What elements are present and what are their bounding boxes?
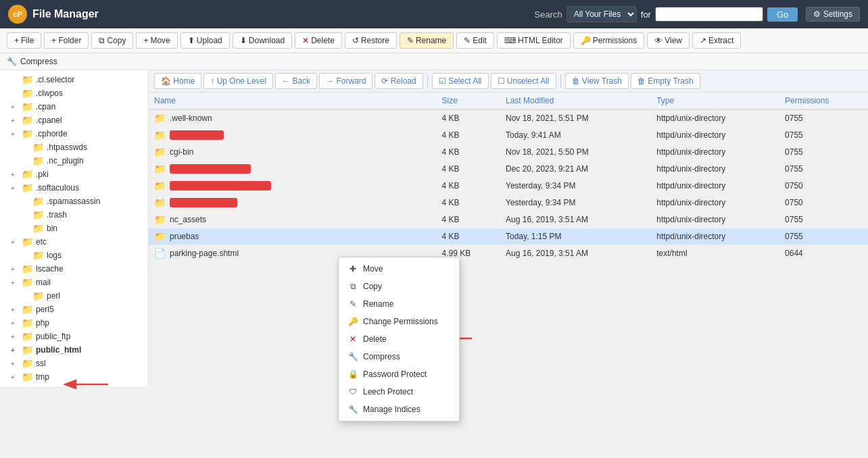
- sidebar-item-perl5[interactable]: +📁perl5: [0, 303, 148, 316]
- redacted-name: [170, 130, 224, 140]
- rename-button[interactable]: ✎ Rename: [400, 32, 454, 49]
- extract-button[interactable]: ↗ Extract: [692, 32, 741, 49]
- folder-icon: 📁: [32, 250, 44, 261]
- ctx-leech-item[interactable]: 🛡 Leech Protect: [339, 383, 459, 401]
- restore-button[interactable]: ↺ Restore: [345, 32, 397, 49]
- sidebar-item-bin[interactable]: 📁bin: [0, 222, 148, 235]
- new-file-button[interactable]: + File: [7, 32, 41, 49]
- folder-icon: 📁: [22, 101, 33, 112]
- sidebar-item--cpan[interactable]: +📁.cpan: [0, 100, 148, 113]
- delete-button[interactable]: ✕ Delete: [295, 32, 342, 49]
- sidebar-item--clwpos[interactable]: 📁.clwpos: [0, 86, 148, 100]
- sidebar-item-label: public_ftp: [36, 332, 70, 341]
- sidebar-item--nc-plugin[interactable]: 📁.nc_plugin: [0, 154, 148, 168]
- table-row[interactable]: 📁.well-known4 KBNov 18, 2021, 5:51 PMhtt…: [149, 109, 868, 127]
- nav-bar: 🏠 Home ↑ Up One Level ← Back → Forward ⟳…: [149, 70, 868, 93]
- sidebar-item--softaculous[interactable]: +📁.softaculous: [0, 181, 148, 195]
- sidebar-item-label: .cphorde: [36, 129, 68, 138]
- search-go-button[interactable]: Go: [767, 7, 798, 22]
- search-input[interactable]: [655, 7, 763, 22]
- search-label: Search: [535, 9, 562, 20]
- reload-button[interactable]: ⟳ Reload: [375, 73, 423, 89]
- sidebar-item-etc[interactable]: +📁etc: [0, 235, 148, 249]
- sidebar-item--pki[interactable]: +📁.pki: [0, 168, 148, 181]
- table-row[interactable]: 📁4 KBDec 20, 2023, 9:21 AMhttpd/unix-dir…: [149, 161, 868, 178]
- file-name-cell: 📁nc_assets: [149, 211, 437, 228]
- table-row[interactable]: 📁nc_assets4 KBAug 16, 2019, 3:51 AMhttpd…: [149, 211, 868, 228]
- file-modified: Aug 16, 2019, 3:51 AM: [500, 211, 651, 228]
- file-perms: 0750: [779, 195, 868, 211]
- move-button[interactable]: + Move: [136, 32, 177, 49]
- permissions-button[interactable]: 🔑 Permissions: [573, 32, 644, 49]
- sidebar: 📁.cl.selector📁.clwpos+📁.cpan+📁.cpanel+📁.…: [0, 70, 149, 386]
- settings-button[interactable]: ⚙ Settings: [806, 7, 860, 22]
- file-perms: 0755: [779, 144, 868, 161]
- search-for-label: for: [641, 9, 651, 20]
- ctx-rename-item[interactable]: ✎ Rename: [339, 295, 459, 313]
- sidebar-item-public-html[interactable]: +📁public_html: [0, 343, 148, 357]
- ctx-password-item[interactable]: 🔒 Password Protect: [339, 365, 459, 383]
- view-button[interactable]: 👁 View: [647, 32, 690, 49]
- table-row[interactable]: 📁4 KBToday, 9:41 AMhttpd/unix-directory0…: [149, 127, 868, 144]
- html-editor-button[interactable]: ⌨ HTML Editor: [497, 32, 571, 49]
- file-size: 4 KB: [437, 228, 500, 245]
- sidebar-item--cpanel[interactable]: +📁.cpanel: [0, 113, 148, 127]
- col-permissions[interactable]: Permissions: [779, 93, 868, 109]
- table-row[interactable]: 📁pruebas4 KBToday, 1:15 PMhttpd/unix-dir…: [149, 228, 868, 245]
- ctx-permissions-item[interactable]: 🔑 Change Permissions: [339, 313, 459, 330]
- col-type[interactable]: Type: [651, 93, 779, 109]
- sidebar-item-label: .htpasswds: [47, 143, 87, 152]
- sidebar-item--cl-selector[interactable]: 📁.cl.selector: [0, 73, 148, 86]
- back-button[interactable]: ← Back: [275, 73, 317, 89]
- ctx-compress-item[interactable]: 🔧 Compress: [339, 348, 459, 365]
- home-button[interactable]: 🏠 Home: [154, 73, 201, 89]
- col-size[interactable]: Size: [437, 93, 500, 109]
- search-scope-select[interactable]: All Your Files: [566, 6, 637, 22]
- sidebar-item-public-ftp[interactable]: +📁public_ftp: [0, 330, 148, 343]
- ctx-move-item[interactable]: ✚ Move: [339, 260, 459, 278]
- ctx-copy-item[interactable]: ⧉ Copy: [339, 278, 459, 295]
- sidebar-item--trash[interactable]: 📁.trash: [0, 208, 148, 222]
- sidebar-item--cphorde[interactable]: +📁.cphorde: [0, 127, 148, 141]
- sidebar-item-tmp[interactable]: +📁tmp: [0, 370, 148, 384]
- sidebar-item-mail[interactable]: +📁mail: [0, 276, 148, 289]
- sidebar-item-lscache[interactable]: +📁lscache: [0, 262, 148, 276]
- view-trash-button[interactable]: 🗑 View Trash: [565, 73, 629, 89]
- upload-button[interactable]: ⬆ Upload: [180, 32, 230, 49]
- folder-icon: 📁: [22, 128, 33, 139]
- unselect-all-button[interactable]: ☐ Unselect All: [491, 73, 556, 89]
- folder-icon: 📁: [22, 358, 33, 369]
- select-all-button[interactable]: ☑ Select All: [432, 73, 489, 89]
- table-row[interactable]: 📁4 KBYesterday, 9:34 PMhttpd/unix-direct…: [149, 178, 868, 195]
- table-row[interactable]: 📁cgi-bin4 KBNov 18, 2021, 5:50 PMhttpd/u…: [149, 144, 868, 161]
- ctx-compress-label: Compress: [363, 352, 400, 361]
- folder-icon: 📁: [22, 277, 33, 288]
- table-row[interactable]: 📄parking-page.shtml4.99 KBAug 16, 2019, …: [149, 245, 868, 262]
- sidebar-item-php[interactable]: +📁php: [0, 316, 148, 330]
- edit-button[interactable]: ✎ Edit: [456, 32, 494, 49]
- ctx-delete-item[interactable]: ✕ Delete: [339, 330, 459, 348]
- empty-trash-button[interactable]: 🗑 Empty Trash: [631, 73, 700, 89]
- ctx-indices-label: Manage Indices: [363, 405, 420, 414]
- compress-ctx-icon: 🔧: [348, 352, 358, 361]
- ctx-delete-label: Delete: [363, 334, 387, 344]
- col-name[interactable]: Name: [149, 93, 437, 109]
- ctx-move-label: Move: [363, 264, 383, 274]
- sidebar-item-perl[interactable]: 📁perl: [0, 289, 148, 303]
- ctx-leech-label: Leech Protect: [363, 387, 413, 397]
- table-row[interactable]: 📁4 KBYesterday, 9:34 PMhttpd/unix-direct…: [149, 195, 868, 211]
- new-folder-button[interactable]: + Folder: [44, 32, 89, 49]
- sidebar-item--htpasswds[interactable]: 📁.htpasswds: [0, 141, 148, 154]
- file-table-wrap: Name Size Last Modified Type Permissions…: [149, 93, 868, 451]
- up-one-level-button[interactable]: ↑ Up One Level: [203, 73, 273, 89]
- permissions-icon: 🔑: [581, 36, 591, 45]
- copy-button[interactable]: ⧉ Copy: [91, 32, 133, 49]
- ctx-indices-item[interactable]: 🔧 Manage Indices: [339, 401, 459, 418]
- col-modified[interactable]: Last Modified: [500, 93, 651, 109]
- sidebar-item-logs[interactable]: 📁logs: [0, 249, 148, 262]
- forward-button[interactable]: → Forward: [319, 73, 372, 89]
- download-button[interactable]: ⬇ Download: [233, 32, 292, 49]
- file-name-text: pruebas: [170, 232, 199, 241]
- sidebar-item-ssl[interactable]: +📁ssl: [0, 357, 148, 370]
- sidebar-item--spamassassin[interactable]: 📁.spamassassin: [0, 195, 148, 208]
